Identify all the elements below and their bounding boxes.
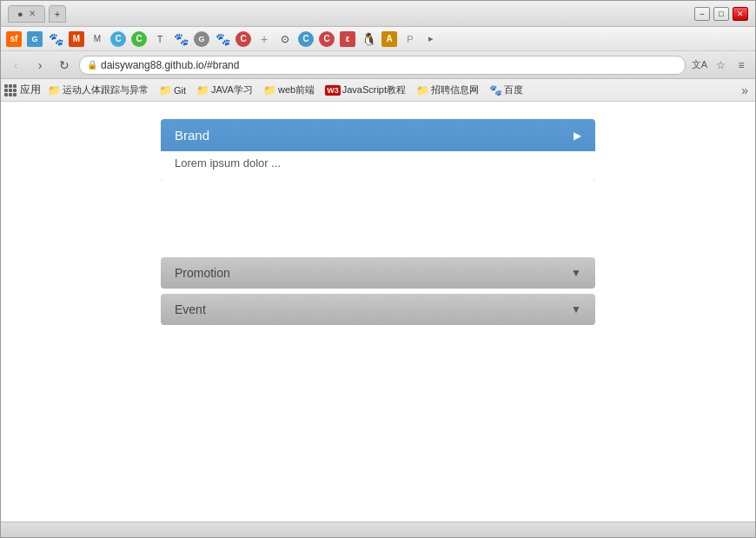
bookmark-label: 百度 <box>504 83 523 96</box>
bookmark-star-button[interactable]: ☆ <box>712 56 729 74</box>
epsilon-icon[interactable]: ε <box>338 30 357 49</box>
forward-button[interactable]: › <box>30 56 50 75</box>
reload-button[interactable]: ↻ <box>55 56 74 75</box>
url-security-icon: 🔒 <box>87 60 97 70</box>
spacer <box>161 188 595 257</box>
t-icon[interactable]: T <box>150 30 169 49</box>
minimize-button[interactable]: − <box>694 7 710 21</box>
browser-tab[interactable]: ● ✕ <box>8 5 45 23</box>
c4-icon[interactable]: C <box>296 30 315 49</box>
bookmark-label: JavaScript教程 <box>342 83 406 96</box>
close-button[interactable]: ✕ <box>733 7 748 21</box>
w3-badge: W3 <box>325 85 341 96</box>
github-icon[interactable]: ⊙ <box>275 30 295 49</box>
address-actions: 文A ☆ ≡ <box>691 56 750 74</box>
apps-button[interactable]: 应用 <box>4 83 41 97</box>
brand-accordion: Brand ▶ Lorem ipsum dolor ... <box>161 119 595 181</box>
bookmark-yundong[interactable]: 📁 运动人体跟踪与异常 <box>44 82 152 98</box>
apps-grid-icon <box>4 84 17 96</box>
brand-chevron-icon: ▶ <box>574 130 581 142</box>
bookmark-label: 招聘信息网 <box>431 83 479 96</box>
title-bar-left: ● ✕ + <box>8 5 66 23</box>
mam-icon[interactable]: M <box>88 30 107 49</box>
bookmark-label: JAVA学习 <box>211 83 253 96</box>
bookmark-web[interactable]: 📁 web前端 <box>260 82 318 98</box>
accordion-container: Brand ▶ Lorem ipsum dolor ... Promotion … <box>161 119 595 330</box>
baidu-icon: 🐾 <box>489 84 502 96</box>
bookmark-label: Git <box>174 85 186 96</box>
folder-icon: 📁 <box>263 84 276 96</box>
back-button[interactable]: ‹ <box>6 56 25 75</box>
status-bar <box>1 521 755 537</box>
folder-icon: 📁 <box>48 84 61 96</box>
promotion-chevron-icon: ▼ <box>571 267 581 279</box>
new-tab-btn[interactable]: + <box>49 5 66 23</box>
translate-button[interactable]: 文A <box>691 56 708 74</box>
bookmark-baidu[interactable]: 🐾 百度 <box>486 82 527 98</box>
title-bar: ● ✕ + − □ ✕ <box>1 1 755 27</box>
c2-icon[interactable]: C <box>129 30 149 49</box>
event-accordion-title: Event <box>175 302 206 316</box>
bookmarks-more-button[interactable]: » <box>738 83 752 97</box>
event-chevron-icon: ▼ <box>571 303 581 315</box>
bookmark-label: 运动人体跟踪与异常 <box>63 83 149 96</box>
c5-icon[interactable]: C <box>317 30 336 49</box>
c3-icon[interactable]: C <box>234 30 253 49</box>
bookmark-git[interactable]: 📁 Git <box>156 83 189 98</box>
toolbar-icons-bar: sf G 🐾 M M C C T 🐾 G 🐾 C + ⊙ C C <box>1 27 755 51</box>
promotion-accordion-title: Promotion <box>175 266 230 280</box>
paw-icon[interactable]: 🐾 <box>46 30 65 49</box>
brand-accordion-header[interactable]: Brand ▶ <box>161 119 595 151</box>
maximize-button[interactable]: □ <box>713 7 729 21</box>
window-controls: − □ ✕ <box>694 7 748 21</box>
linux-icon[interactable]: 🐧 <box>359 30 378 49</box>
m-icon[interactable]: M <box>67 30 86 49</box>
apps-label: 应用 <box>20 83 41 97</box>
promotion-accordion: Promotion ▼ <box>161 257 595 289</box>
menu-button[interactable]: ≡ <box>733 56 750 74</box>
page-content: Brand ▶ Lorem ipsum dolor ... Promotion … <box>1 102 755 521</box>
sf-icon[interactable]: sf <box>4 30 23 49</box>
bookmarks-bar: 应用 📁 运动人体跟踪与异常 📁 Git 📁 JAVA学习 📁 web前端 W3… <box>1 79 755 102</box>
address-bar: ‹ › ↻ 🔒 daisywang88.github.io/#brand 文A … <box>1 51 755 79</box>
a-icon[interactable]: A <box>380 30 399 49</box>
folder-icon: 📁 <box>196 84 209 96</box>
p-icon[interactable]: P <box>401 30 420 49</box>
g-icon[interactable]: G <box>192 30 211 49</box>
more-toolbar-icon[interactable]: ▸ <box>421 30 441 49</box>
brand-accordion-title: Brand <box>175 128 209 143</box>
bookmark-zhaopin[interactable]: 📁 招聘信息网 <box>413 82 482 98</box>
tab-close[interactable]: ✕ <box>29 9 36 18</box>
tab-label: ● <box>17 9 23 19</box>
plus-icon[interactable]: + <box>255 30 274 49</box>
c1-icon[interactable]: C <box>109 30 128 49</box>
lorem-text: Lorem ipsum dolor ... <box>175 156 281 169</box>
bookmark-java[interactable]: 📁 JAVA学习 <box>193 82 256 98</box>
folder-icon: 📁 <box>159 84 172 96</box>
browser-window: ● ✕ + − □ ✕ sf G 🐾 M M C C T 🐾 <box>0 0 756 538</box>
bookmark-js[interactable]: W3 JavaScript教程 <box>322 82 409 98</box>
paw3-icon[interactable]: 🐾 <box>213 30 232 49</box>
brand-accordion-body: Lorem ipsum dolor ... <box>161 151 595 181</box>
folder-icon: 📁 <box>416 84 429 96</box>
bookmark-label: web前端 <box>278 83 315 96</box>
event-accordion: Event ▼ <box>161 294 595 325</box>
bookmarks-icon[interactable]: G <box>25 30 44 49</box>
url-input-container[interactable]: 🔒 daisywang88.github.io/#brand <box>79 56 686 75</box>
event-accordion-header[interactable]: Event ▼ <box>161 294 595 325</box>
paw2-icon[interactable]: 🐾 <box>171 30 190 49</box>
url-display: daisywang88.github.io/#brand <box>101 59 678 71</box>
promotion-accordion-header[interactable]: Promotion ▼ <box>161 257 595 289</box>
